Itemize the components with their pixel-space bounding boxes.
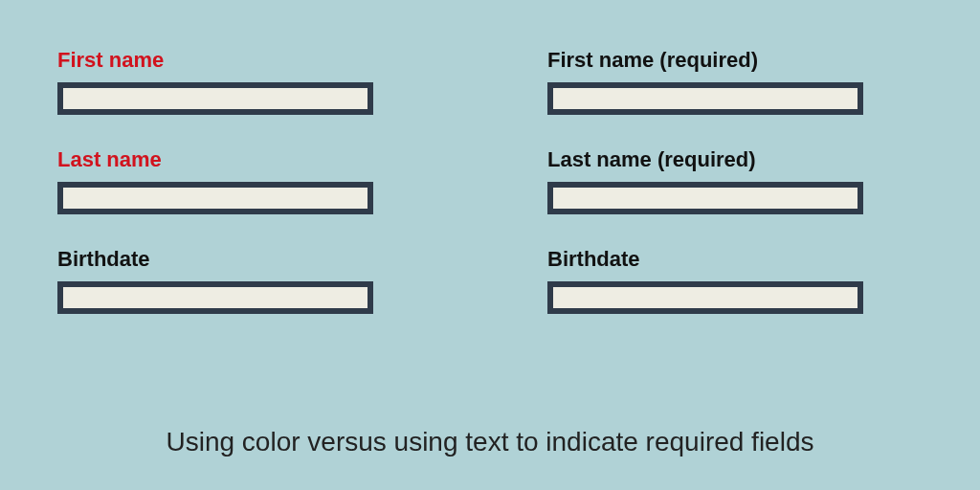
birthdate-field: Birthdate [57, 247, 433, 314]
first-name-field: First name [57, 48, 433, 115]
form-comparison: First name Last name Birthdate First nam… [0, 0, 980, 346]
color-indicator-column: First name Last name Birthdate [57, 48, 433, 346]
first-name-input[interactable] [547, 82, 863, 115]
last-name-label: Last name (required) [547, 147, 923, 172]
birthdate-input[interactable] [57, 281, 373, 314]
first-name-label: First name [57, 48, 433, 73]
birthdate-label: Birthdate [57, 247, 433, 272]
text-indicator-column: First name (required) Last name (require… [547, 48, 923, 346]
birthdate-label: Birthdate [547, 247, 923, 272]
birthdate-field: Birthdate [547, 247, 923, 314]
first-name-input[interactable] [57, 82, 373, 115]
last-name-label: Last name [57, 147, 433, 172]
last-name-input[interactable] [547, 182, 863, 214]
figure-caption: Using color versus using text to indicat… [0, 427, 980, 457]
last-name-input[interactable] [57, 182, 373, 214]
first-name-label: First name (required) [547, 48, 923, 73]
first-name-field: First name (required) [547, 48, 923, 115]
birthdate-input[interactable] [547, 281, 863, 314]
last-name-field: Last name (required) [547, 147, 923, 214]
last-name-field: Last name [57, 147, 433, 214]
